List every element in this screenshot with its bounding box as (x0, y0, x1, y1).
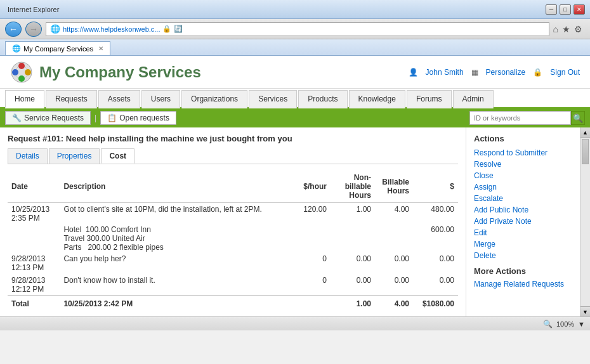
row2-date: 9/28/201312:13 PM (8, 252, 60, 274)
tab-home[interactable]: Home (5, 90, 44, 108)
address-input[interactable]: 🌐 https://www.helpdeskonweb.c... 🔒 🔄 (46, 22, 549, 36)
app-title: My Company Services (39, 63, 201, 81)
svg-point-4 (12, 69, 18, 75)
zoom-icon: 🔍 (543, 320, 553, 328)
minimize-button[interactable]: ─ (546, 4, 557, 15)
zoom-dropdown-icon[interactable]: ▼ (578, 320, 585, 328)
star-icon[interactable]: ★ (562, 24, 570, 34)
browser-tab[interactable]: 🌐 My Company Services ✕ (5, 41, 110, 55)
tab-forums[interactable]: Forums (407, 90, 452, 108)
col-header-billable: Billable Hours (375, 171, 413, 203)
action-edit[interactable]: Edit (474, 227, 572, 238)
personalize-link[interactable]: Personalize (486, 68, 526, 77)
total-rate-empty (295, 296, 331, 311)
table-row: Hotel 100.00 Comfort Inn Travel 300.00 U… (8, 224, 458, 252)
service-requests-button[interactable]: 🔧 Service Requests (5, 111, 91, 125)
action-manage-related[interactable]: Manage Related Requests (474, 278, 572, 290)
action-merge[interactable]: Merge (474, 238, 572, 250)
search-input[interactable] (469, 111, 571, 125)
row2-nonbillable: 0.00 (331, 252, 375, 274)
gear-icon[interactable]: ⚙ (574, 24, 582, 34)
request-title: Request #101: Need help installing the m… (8, 134, 458, 143)
scrollbar[interactable]: ▲ ▼ (580, 127, 590, 316)
row2-amount: 0.00 (413, 252, 458, 274)
main-content: Request #101: Need help installing the m… (0, 127, 590, 316)
subitem-nonbillable-empty (331, 224, 375, 252)
action-respond[interactable]: Respond to Submitter (474, 147, 572, 159)
tab-products[interactable]: Products (298, 90, 347, 108)
action-close[interactable]: Close (474, 170, 572, 181)
row2-billable: 0.00 (375, 252, 413, 274)
col-header-rate: $/hour (295, 171, 331, 203)
user-name-link[interactable]: John Smith (426, 68, 464, 77)
subitem-details: Hotel 100.00 Comfort Inn Travel 300.00 U… (60, 224, 295, 252)
row1-billable: 4.00 (375, 203, 413, 225)
row3-nonbillable: 0.00 (331, 274, 375, 296)
action-resolve[interactable]: Resolve (474, 159, 572, 170)
svg-point-1 (18, 63, 25, 69)
service-requests-icon: 🔧 (12, 114, 22, 122)
subitem-amount: 600.00 (413, 224, 458, 252)
action-escalate[interactable]: Escalate (474, 193, 572, 204)
content-tabs: Details Properties Cost (8, 148, 458, 164)
tab-assets[interactable]: Assets (98, 90, 140, 108)
close-button[interactable]: ✕ (574, 4, 585, 15)
back-button[interactable]: ← (5, 22, 22, 37)
service-requests-label: Service Requests (24, 114, 84, 122)
user-icon: 👤 (409, 68, 418, 77)
tab-services[interactable]: Services (249, 90, 297, 108)
row3-description: Don't know how to install it. (60, 274, 295, 296)
tab-close-icon[interactable]: ✕ (98, 45, 103, 52)
total-row: Total 10/25/2013 2:42 PM 1.00 4.00 $1080… (8, 296, 458, 311)
app-container: My Company Services 👤 John Smith ▦ Perso… (0, 56, 590, 330)
action-add-public-note[interactable]: Add Public Note (474, 204, 572, 216)
row3-rate: 0 (295, 274, 331, 296)
row3-billable: 0.00 (375, 274, 413, 296)
table-row: 9/28/201312:12 PM Don't know how to inst… (8, 274, 458, 296)
address-text: https://www.helpdeskonweb.c... (63, 25, 160, 33)
total-label: Total (8, 296, 60, 311)
nav-tabs: Home Requests Assets Users Organizations… (0, 89, 590, 108)
tab-admin[interactable]: Admin (453, 90, 494, 108)
scroll-down-button[interactable]: ▼ (580, 306, 590, 316)
action-assign[interactable]: Assign (474, 181, 572, 193)
tab-requests[interactable]: Requests (46, 90, 97, 108)
open-requests-icon: 📋 (107, 114, 117, 122)
tab-cost[interactable]: Cost (101, 148, 134, 164)
sidebar: Actions Respond to Submitter Resolve Clo… (466, 127, 580, 316)
browser-tab-bar: 🌐 My Company Services ✕ (0, 39, 590, 56)
browser-tab-label: My Company Services (23, 45, 93, 53)
scroll-up-button[interactable]: ▲ (580, 127, 590, 138)
forward-button[interactable]: → (25, 22, 42, 37)
sub-nav-separator: | (93, 114, 98, 122)
tab-properties[interactable]: Properties (49, 148, 100, 164)
app-logo: My Company Services (10, 61, 201, 84)
tab-knowledge[interactable]: Knowledge (349, 90, 405, 108)
more-actions-title: More Actions (474, 266, 572, 276)
tab-users[interactable]: Users (141, 90, 180, 108)
window-controls: ─ □ ✕ (546, 4, 585, 15)
maximize-button[interactable]: □ (560, 4, 571, 15)
app-header: My Company Services 👤 John Smith ▦ Perso… (0, 56, 590, 89)
user-area: 👤 John Smith ▦ Personalize 🔒 Sign Out (409, 68, 580, 77)
subitem-hotel: Hotel 100.00 Comfort Inn (63, 225, 291, 234)
tab-organizations[interactable]: Organizations (181, 90, 247, 108)
table-row: 10/25/20132:35 PM Got to client's site a… (8, 203, 458, 225)
search-button[interactable]: 🔍 (571, 111, 585, 125)
row1-amount: 480.00 (413, 203, 458, 225)
tab-details[interactable]: Details (8, 148, 48, 164)
subitem-travel: Travel 300.00 United Air (63, 234, 291, 243)
sign-out-link[interactable]: Sign Out (550, 68, 580, 77)
total-amount: $1080.00 (413, 296, 458, 311)
total-nonbillable: 1.00 (331, 296, 375, 311)
open-requests-button[interactable]: 📋 Open requests (100, 111, 176, 125)
scroll-thumb[interactable] (582, 139, 589, 164)
action-add-private-note[interactable]: Add Private Note (474, 216, 572, 227)
window-chrome: Internet Explorer ─ □ ✕ (0, 0, 590, 19)
subitem-parts: Parts 200.00 2 flexible pipes (63, 243, 291, 252)
home-icon[interactable]: ⌂ (553, 24, 558, 34)
action-delete[interactable]: Delete (474, 250, 572, 261)
row3-date: 9/28/201312:12 PM (8, 274, 60, 296)
scroll-track[interactable] (580, 138, 590, 306)
row1-nonbillable: 1.00 (331, 203, 375, 225)
